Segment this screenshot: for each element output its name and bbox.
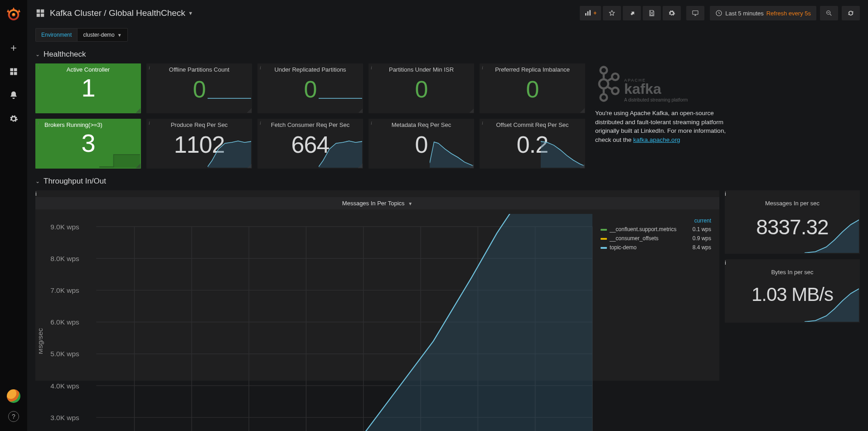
info-icon[interactable]: i <box>725 190 726 197</box>
help-button[interactable]: ? <box>8 411 19 422</box>
panel-replica-imbalance[interactable]: i Preferred Replica Imbalance 0 <box>480 63 585 113</box>
info-icon[interactable]: i <box>149 121 150 126</box>
panel-title: Produce Req Per Sec <box>146 119 252 128</box>
dashboard-icon <box>9 67 18 76</box>
resize-handle[interactable] <box>247 164 252 168</box>
info-icon[interactable]: i <box>371 121 372 126</box>
resize-handle[interactable] <box>469 164 474 168</box>
save-button[interactable] <box>643 6 661 20</box>
legend-value: 8.4 wps <box>688 243 713 252</box>
resize-handle[interactable] <box>136 164 141 168</box>
panel-messages-in-per-sec[interactable]: i Messages In per sec 8337.32 <box>725 190 860 254</box>
variable-label: Environment <box>35 28 77 42</box>
kafka-logo-title: kafka <box>624 82 688 96</box>
kafka-link[interactable]: kafka.apache.org <box>633 136 680 143</box>
nav-dashboards[interactable] <box>5 63 23 81</box>
panel-value: 1.03 MB/s <box>725 284 860 305</box>
y-tick: 5.0K wps <box>50 350 79 358</box>
info-icon[interactable]: i <box>38 65 39 70</box>
y-tick: 4.0K wps <box>50 382 79 390</box>
dashboard-title[interactable]: Kafka Cluster / Global HealthCheck ▼ <box>49 8 193 18</box>
panel-offset-commit[interactable]: i Offset Commit Req Per Sec 0.2 <box>480 119 585 169</box>
resize-handle[interactable] <box>580 164 585 168</box>
navbar: Kafka Cluster / Global HealthCheck ▼ + <box>35 0 860 24</box>
nav-create[interactable] <box>5 39 23 57</box>
panel-title-bar[interactable]: Messages In Per Topics ▼ <box>35 197 719 209</box>
resize-handle[interactable] <box>247 108 252 113</box>
panel-produce-req[interactable]: i Produce Req Per Sec 1102 <box>146 119 252 169</box>
zoom-out-icon <box>825 10 833 17</box>
info-icon[interactable]: i <box>725 259 726 266</box>
svg-rect-11 <box>587 11 589 15</box>
resize-handle[interactable] <box>580 108 585 113</box>
panel-title: Active Controller <box>35 63 141 73</box>
resize-handle[interactable] <box>358 108 363 113</box>
y-tick: 3.0K wps <box>50 414 79 421</box>
info-icon[interactable]: i <box>371 65 372 70</box>
grafana-logo[interactable] <box>5 5 22 23</box>
panel-offline-partitions[interactable]: i Offline Partitions Count 0 <box>146 63 252 113</box>
info-icon[interactable]: i <box>260 121 261 126</box>
time-picker-button[interactable]: Last 5 minutes Refresh every 5s <box>710 6 816 20</box>
legend-row[interactable]: __consumer_offsets 0.9 wps <box>599 234 713 243</box>
svg-rect-7 <box>41 10 44 13</box>
refresh-button[interactable] <box>842 6 860 20</box>
svg-line-23 <box>607 78 612 81</box>
info-icon[interactable]: i <box>149 65 150 70</box>
share-icon <box>628 10 635 17</box>
row-throughput-toggle[interactable]: ⌄ Throughput In/Out <box>35 177 106 186</box>
variable-value-dropdown[interactable]: cluster-demo ▼ <box>77 28 127 42</box>
monitor-icon <box>692 10 699 17</box>
panel-value: 0 <box>257 76 363 103</box>
side-menu: ? <box>0 0 27 431</box>
panel-bytes-in-per-sec[interactable]: i Bytes In per sec 1.03 MB/s <box>725 259 860 323</box>
info-icon[interactable]: i <box>260 65 261 70</box>
variable-value-text: cluster-demo <box>83 32 114 38</box>
nav-alerting[interactable] <box>5 86 23 104</box>
legend-name: topic-demo <box>610 244 636 251</box>
star-button[interactable] <box>603 6 621 20</box>
panel-active-controller[interactable]: i Active Controller 1 <box>35 63 141 113</box>
resize-handle[interactable] <box>358 164 363 168</box>
svg-rect-5 <box>14 72 17 75</box>
time-range-label: Last 5 minutes <box>725 10 764 17</box>
info-icon[interactable]: i <box>482 65 483 70</box>
nav-configuration[interactable] <box>5 110 23 128</box>
info-icon[interactable]: i <box>482 121 483 126</box>
resize-handle[interactable] <box>136 108 141 113</box>
panel-under-replicated[interactable]: i Under Replicated Partitions 0 <box>257 63 363 113</box>
chart-legend: current __confluent.support.metrics 0.1 … <box>599 214 716 431</box>
add-panel-button[interactable]: + <box>580 6 601 20</box>
panel-brokers-running[interactable]: i Brokers Running(>=3) 3 <box>35 119 141 169</box>
legend-color <box>601 247 607 249</box>
info-icon[interactable]: i <box>35 190 719 197</box>
kafka-info-panel: APACHE kafka A distributed streaming pla… <box>591 63 860 169</box>
resize-handle[interactable] <box>469 108 474 113</box>
y-tick: 7.0K wps <box>50 286 79 294</box>
svg-rect-12 <box>590 10 591 15</box>
row-healthcheck-toggle[interactable]: ⌄ Healthcheck <box>35 50 86 59</box>
dashboard-nav-icon[interactable] <box>35 8 45 18</box>
star-icon <box>608 10 616 17</box>
cycle-view-button[interactable] <box>686 6 704 20</box>
settings-button[interactable] <box>663 6 681 20</box>
share-button[interactable] <box>623 6 641 20</box>
panel-title: Messages In Per Topics <box>342 200 405 207</box>
legend-row[interactable]: __confluent.support.metrics 0.1 wps <box>599 225 713 234</box>
gear-icon <box>9 114 18 123</box>
panel-messages-in-per-topics[interactable]: i Messages In Per Topics ▼ <box>35 190 719 381</box>
kafka-logo-sub: A distributed streaming platform <box>624 97 688 102</box>
plus-icon <box>9 44 18 53</box>
svg-point-19 <box>612 73 619 80</box>
panel-fetch-consumer[interactable]: i Fetch Consumer Req Per Sec 664 <box>257 119 363 169</box>
svg-rect-3 <box>14 68 17 72</box>
user-avatar[interactable] <box>7 389 20 403</box>
svg-rect-8 <box>37 14 40 17</box>
panel-under-min-isr[interactable]: i Partitions Under Min ISR 0 <box>369 63 474 113</box>
legend-row[interactable]: topic-demo 8.4 wps <box>599 243 713 252</box>
dashboard-page: Kafka Cluster / Global HealthCheck ▼ + <box>27 0 868 431</box>
zoom-out-button[interactable] <box>820 6 838 20</box>
panel-title: Offset Commit Req Per Sec <box>480 119 585 128</box>
info-icon[interactable]: i <box>38 121 39 126</box>
panel-metadata-req[interactable]: i Metadata Req Per Sec 0 <box>369 119 474 169</box>
